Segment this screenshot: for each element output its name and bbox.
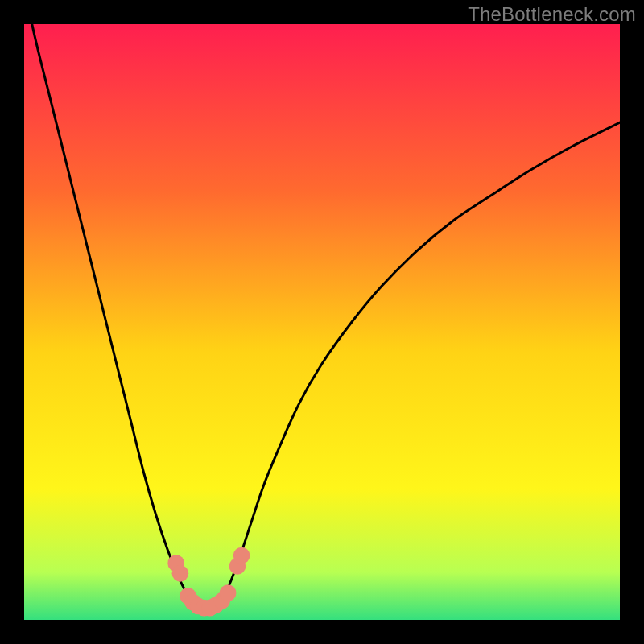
outer-frame: TheBottleneck.com: [0, 0, 644, 644]
watermark-text: TheBottleneck.com: [468, 3, 636, 26]
marker-dot: [220, 584, 237, 601]
gradient-bg: [24, 24, 620, 620]
marker-dot: [233, 547, 250, 564]
chart-svg: [24, 24, 620, 620]
marker-dot: [172, 565, 189, 582]
plot-area: [24, 24, 620, 620]
